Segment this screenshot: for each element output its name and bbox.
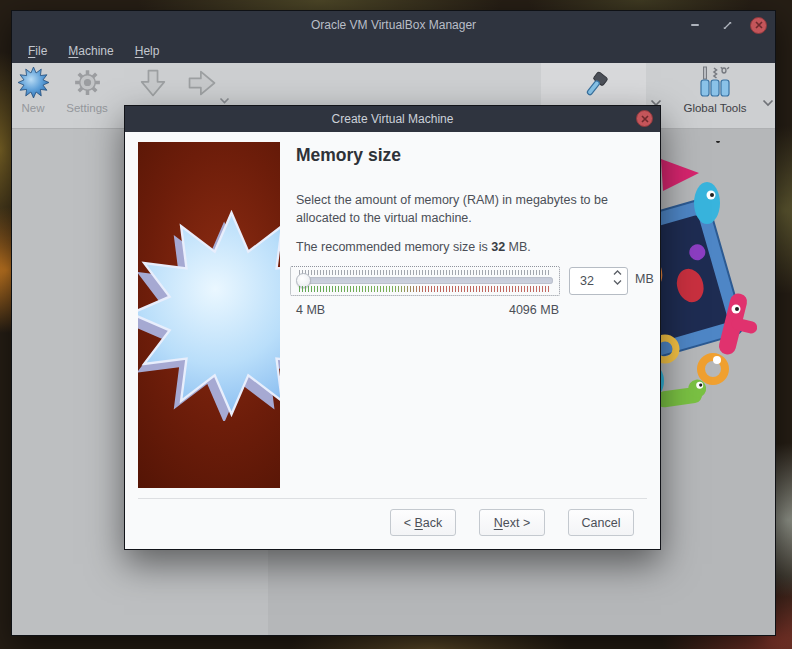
spin-down-button[interactable]: [613, 279, 622, 285]
hammer-icon: [574, 70, 614, 104]
global-tools-icon: [697, 66, 733, 99]
dialog-title: Create Virtual Machine: [125, 106, 660, 132]
slider-ticks-colored: [299, 286, 551, 292]
cancel-button[interactable]: Cancel: [568, 509, 634, 536]
arrow-right-icon: [185, 66, 219, 100]
slider-max-label: 4096 MB: [509, 303, 559, 317]
minimize-icon: [691, 24, 699, 26]
global-tools-chevron-icon[interactable]: [762, 99, 774, 107]
close-icon: [755, 21, 763, 29]
window-title: Oracle VM VirtualBox Manager: [12, 18, 775, 32]
page-title: Memory size: [296, 145, 401, 166]
spin-buttons: [613, 270, 622, 285]
description-text: Select the amount of memory (RAM) in meg…: [296, 191, 608, 227]
settings-button[interactable]: Settings: [65, 66, 109, 114]
window-controls: [686, 11, 767, 39]
window-titlebar: Oracle VM VirtualBox Manager: [12, 11, 775, 39]
memory-value[interactable]: 32: [580, 268, 594, 294]
dialog-body: Memory size Select the amount of memory …: [125, 132, 660, 549]
button-separator: [138, 498, 647, 499]
new-vm-button[interactable]: New: [12, 66, 54, 114]
slider-track[interactable]: [297, 277, 553, 284]
close-button[interactable]: [750, 17, 767, 34]
settings-gear-icon: [71, 66, 104, 99]
recommendation-text: The recommended memory size is 32 MB.: [296, 240, 531, 254]
new-vm-label: New: [21, 102, 44, 114]
menu-machine[interactable]: Machine: [60, 42, 121, 60]
memory-spinbox[interactable]: 32: [569, 267, 628, 295]
menubar: File Machine Help: [12, 39, 775, 63]
arrow-down-icon: [136, 66, 170, 100]
next-button[interactable]: Next >: [479, 509, 545, 536]
dialog-buttons: < Back Next > Cancel: [125, 509, 660, 536]
screen: Oracle VM VirtualBox Manager: [0, 0, 792, 649]
minimize-button[interactable]: [686, 16, 704, 34]
memory-slider[interactable]: [290, 266, 560, 296]
create-vm-dialog: Create Virtual Machine: [124, 105, 661, 550]
menu-help[interactable]: Help: [127, 42, 168, 60]
global-tools-button[interactable]: Global Tools: [677, 66, 753, 114]
back-button[interactable]: < Back: [390, 509, 456, 536]
global-tools-label: Global Tools: [683, 102, 746, 114]
start-dropdown-chevron-icon[interactable]: [219, 97, 230, 104]
settings-label: Settings: [66, 102, 108, 114]
restore-button[interactable]: [718, 16, 736, 34]
slider-ticks-top: [299, 270, 551, 275]
memory-control-row: 32 MB: [290, 266, 652, 300]
dialog-close-button[interactable]: [636, 110, 653, 127]
start-button[interactable]: [183, 66, 221, 100]
dialog-titlebar: Create Virtual Machine: [125, 106, 660, 132]
menu-file[interactable]: File: [20, 42, 55, 60]
starburst-graphic: [138, 206, 280, 421]
wizard-starburst-image: [138, 142, 280, 488]
slider-min-label: 4 MB: [296, 303, 325, 317]
close-icon: [641, 115, 649, 123]
new-vm-starburst-icon: [17, 66, 50, 99]
machine-tools-button[interactable]: [568, 70, 620, 104]
restore-icon: [721, 19, 734, 32]
spin-up-button[interactable]: [613, 270, 622, 276]
memory-unit-label: MB: [635, 272, 654, 286]
discard-button[interactable]: [134, 66, 172, 100]
